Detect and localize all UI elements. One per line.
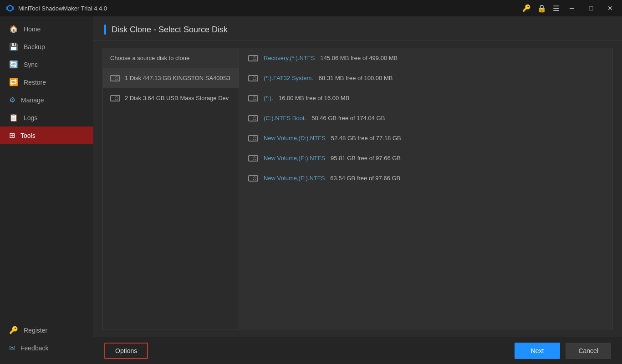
disk-item-2[interactable]: 2 Disk 3.64 GB USB Mass Storage Dev <box>103 88 239 108</box>
disk-clone-container: Choose a source disk to clone 1 Disk 447… <box>93 40 622 337</box>
partition-icon-2 <box>248 95 258 101</box>
restore-icon: 🔁 <box>9 78 18 86</box>
sidebar-item-manage[interactable]: ⚙ Manage <box>0 91 93 109</box>
partition-item-2[interactable]: (*:). 16.00 MB free of 16.00 MB <box>239 88 612 108</box>
maximize-button[interactable]: □ <box>585 2 597 15</box>
sidebar-item-label: Manage <box>21 96 44 104</box>
next-button[interactable]: Next <box>515 343 561 359</box>
sidebar-spacer <box>0 144 93 321</box>
partition-item-1[interactable]: (*:).FAT32 System. 68.31 MB free of 100.… <box>239 68 612 88</box>
partition-item-3[interactable]: (C:).NTFS Boot. 58.46 GB free of 174.04 … <box>239 108 612 128</box>
partition-name-1: (*:).FAT32 System. <box>264 75 313 81</box>
partition-size-6: 63.54 GB free of 97.66 GB <box>330 175 400 182</box>
minimize-button[interactable]: ─ <box>566 2 578 15</box>
disk-item-label: 1 Disk 447.13 GB KINGSTON SA400S3 <box>125 75 230 81</box>
titlebar-controls: 🔑 🔒 ☰ ─ □ ✕ <box>522 2 617 15</box>
key-icon[interactable]: 🔑 <box>522 4 531 12</box>
feedback-icon: ✉ <box>9 344 15 352</box>
partition-icon-0 <box>248 55 258 61</box>
sidebar-item-sync[interactable]: 🔄 Sync <box>0 56 93 73</box>
sidebar-item-label: Backup <box>24 43 45 51</box>
home-icon: 🏠 <box>9 25 18 33</box>
backup-icon: 💾 <box>9 42 18 51</box>
bottom-bar: Options Next Cancel <box>93 337 622 364</box>
sidebar-item-label: Home <box>24 25 41 33</box>
close-button[interactable]: ✕ <box>604 2 617 15</box>
partition-item-0[interactable]: Recovery,(*:).NTFS 145.06 MB free of 499… <box>239 48 612 68</box>
logs-icon: 📋 <box>9 113 18 122</box>
page-title: Disk Clone - Select Source Disk <box>112 25 228 35</box>
sidebar-item-restore[interactable]: 🔁 Restore <box>0 73 93 91</box>
partition-name-2: (*:). <box>264 95 273 101</box>
partition-name-5: New Volume,(E:).NTFS <box>264 155 325 162</box>
manage-icon: ⚙ <box>9 96 15 104</box>
sidebar: 🏠 Home 💾 Backup 🔄 Sync 🔁 Restore ⚙ Manag… <box>0 16 93 364</box>
title-bar: MiniTool ShadowMaker Trial 4.4.0 🔑 🔒 ☰ ─… <box>0 0 622 16</box>
options-button[interactable]: Options <box>104 343 148 359</box>
source-panel: Choose a source disk to clone 1 Disk 447… <box>102 48 239 329</box>
sidebar-item-home[interactable]: 🏠 Home <box>0 20 93 38</box>
sidebar-item-label: Logs <box>24 114 37 121</box>
sidebar-item-feedback[interactable]: ✉ Feedback <box>0 339 93 357</box>
partition-icon-3 <box>248 115 258 121</box>
partition-icon-6 <box>248 175 258 182</box>
sidebar-item-label: Restore <box>24 79 46 86</box>
partition-name-6: New Volume,(F:).NTFS <box>264 175 325 182</box>
sidebar-item-register[interactable]: 🔑 Register <box>0 321 93 339</box>
sidebar-item-backup[interactable]: 💾 Backup <box>0 38 93 56</box>
header-accent-bar <box>104 25 106 35</box>
partition-name-3: (C:).NTFS Boot. <box>264 115 306 121</box>
cancel-button[interactable]: Cancel <box>566 343 611 359</box>
disk-item-label: 2 Disk 3.64 GB USB Mass Storage Dev <box>125 95 229 101</box>
menu-icon[interactable]: ☰ <box>553 4 559 13</box>
disk-drive-icon-2 <box>110 95 120 101</box>
sidebar-item-tools[interactable]: ⊞ Tools <box>0 126 93 144</box>
source-panel-header: Choose a source disk to clone <box>103 48 239 68</box>
partition-size-3: 58.46 GB free of 174.04 GB <box>311 115 385 121</box>
partition-item-4[interactable]: New Volume,(D:).NTFS 52.48 GB free of 77… <box>239 128 612 148</box>
sidebar-item-label: Feedback <box>20 344 48 352</box>
partition-item-5[interactable]: New Volume,(E:).NTFS 95.81 GB free of 97… <box>239 148 612 168</box>
partition-size-1: 68.31 MB free of 100.00 MB <box>319 75 393 81</box>
sidebar-item-label: Sync <box>24 61 38 68</box>
partition-item-6[interactable]: New Volume,(F:).NTFS 63.54 GB free of 97… <box>239 168 612 188</box>
app-body: 🏠 Home 💾 Backup 🔄 Sync 🔁 Restore ⚙ Manag… <box>0 16 622 364</box>
partition-size-4: 52.48 GB free of 77.18 GB <box>331 135 401 142</box>
sidebar-item-logs[interactable]: 📋 Logs <box>0 109 93 126</box>
tools-icon: ⊞ <box>9 131 15 140</box>
partition-icon-4 <box>248 135 258 142</box>
content-area: Disk Clone - Select Source Disk Choose a… <box>93 16 622 364</box>
partitions-panel: Recovery,(*:).NTFS 145.06 MB free of 499… <box>239 48 613 329</box>
sidebar-item-label: Tools <box>20 132 36 139</box>
page-header: Disk Clone - Select Source Disk <box>93 16 622 40</box>
partition-name-4: New Volume,(D:).NTFS <box>264 135 326 142</box>
app-logo: MiniTool ShadowMaker Trial 4.4.0 <box>5 4 522 13</box>
register-icon: 🔑 <box>9 326 18 334</box>
disk-drive-icon-1 <box>110 75 120 81</box>
lock-icon[interactable]: 🔒 <box>537 4 546 13</box>
partition-name-0: Recovery,(*:).NTFS <box>264 55 315 61</box>
sidebar-item-label: Register <box>24 327 47 334</box>
partition-size-5: 95.81 GB free of 97.66 GB <box>331 155 401 162</box>
partition-icon-5 <box>248 155 258 162</box>
app-title: MiniTool ShadowMaker Trial 4.4.0 <box>18 5 107 12</box>
disk-item-1[interactable]: 1 Disk 447.13 GB KINGSTON SA400S3 <box>103 68 239 88</box>
partition-size-0: 145.06 MB free of 499.00 MB <box>320 55 398 61</box>
partition-size-2: 16.00 MB free of 16.00 MB <box>279 95 349 101</box>
sidebar-bottom: 🔑 Register ✉ Feedback <box>0 321 93 364</box>
sync-icon: 🔄 <box>9 60 18 69</box>
partition-icon-1 <box>248 75 258 81</box>
